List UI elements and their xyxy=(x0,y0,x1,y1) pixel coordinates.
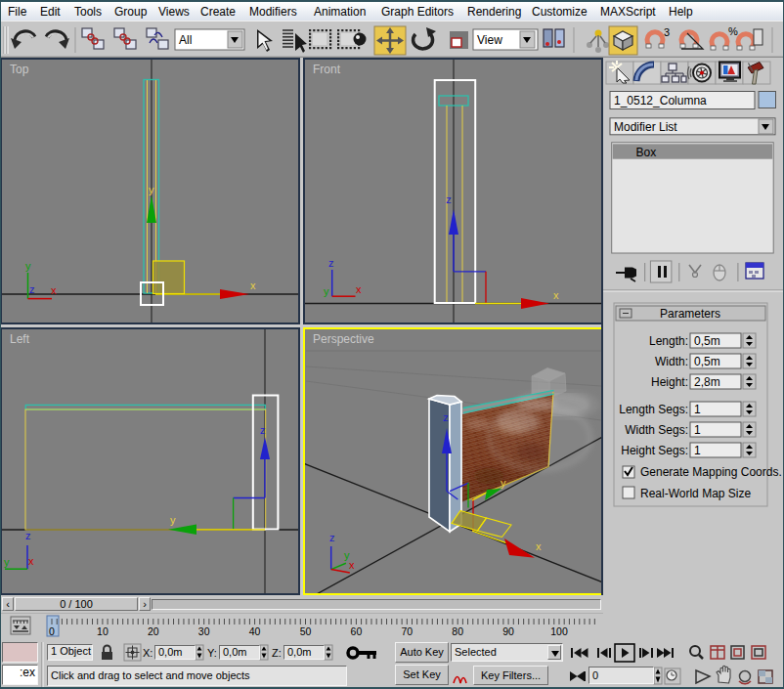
svg-text:x: x xyxy=(51,284,57,296)
svg-text:y: y xyxy=(501,477,506,489)
svg-text:z: z xyxy=(25,530,31,541)
svg-text:20: 20 xyxy=(148,625,159,637)
svg-text:x: x xyxy=(349,559,355,571)
svg-text:Real-World Map Size: Real-World Map Size xyxy=(640,487,751,500)
svg-text:60: 60 xyxy=(351,625,363,637)
svg-text:Length Segs:: Length Segs: xyxy=(619,403,688,416)
svg-text:z: z xyxy=(443,411,449,423)
svg-text:z: z xyxy=(328,257,334,269)
svg-text:0: 0 xyxy=(49,625,55,637)
svg-text:1: 1 xyxy=(694,423,701,437)
svg-text:z: z xyxy=(446,194,452,205)
svg-text:y: y xyxy=(324,285,329,297)
svg-text:%: % xyxy=(728,25,738,37)
svg-text:Modifier List: Modifier List xyxy=(614,120,677,134)
svg-text:y: y xyxy=(25,260,31,272)
svg-text:1: 1 xyxy=(694,444,701,457)
svg-text:2,8m: 2,8m xyxy=(694,375,720,389)
svg-text:x: x xyxy=(356,283,362,295)
svg-text:1_0512_Columna: 1_0512_Columna xyxy=(614,94,707,108)
svg-text:Width Segs:: Width Segs: xyxy=(625,423,688,437)
svg-text:z: z xyxy=(29,283,35,295)
svg-text:Height Segs:: Height Segs: xyxy=(621,444,688,457)
svg-text:Length:: Length: xyxy=(649,334,688,348)
svg-text:90: 90 xyxy=(502,625,514,637)
svg-text:x: x xyxy=(250,280,256,291)
svg-text:Generate Mapping Coords.: Generate Mapping Coords. xyxy=(640,465,782,479)
svg-text:z: z xyxy=(329,532,335,543)
svg-text:z: z xyxy=(260,424,266,436)
svg-text:30: 30 xyxy=(198,625,210,637)
svg-text:70: 70 xyxy=(401,625,413,637)
svg-text:x: x xyxy=(28,555,34,567)
svg-text:10: 10 xyxy=(97,625,109,637)
svg-text:40: 40 xyxy=(249,625,261,637)
svg-text:3: 3 xyxy=(664,26,670,38)
svg-text:80: 80 xyxy=(452,625,463,637)
svg-text:All: All xyxy=(179,33,192,47)
svg-text:Parameters: Parameters xyxy=(660,307,720,321)
svg-text:View: View xyxy=(477,33,502,47)
svg-text:x: x xyxy=(536,540,542,552)
svg-text:x: x xyxy=(553,289,559,301)
svg-text:y: y xyxy=(149,184,154,195)
svg-text:0,5m: 0,5m xyxy=(694,355,720,368)
svg-text:Width:: Width: xyxy=(655,355,688,368)
svg-text:100: 100 xyxy=(550,625,568,637)
svg-text:y: y xyxy=(4,556,10,568)
svg-text:Height:: Height: xyxy=(651,375,688,389)
svg-text:1: 1 xyxy=(694,403,701,416)
svg-text:0,5m: 0,5m xyxy=(694,334,720,348)
svg-text:y: y xyxy=(170,514,176,526)
svg-text:Box: Box xyxy=(636,146,657,159)
svg-text:50: 50 xyxy=(300,625,312,637)
